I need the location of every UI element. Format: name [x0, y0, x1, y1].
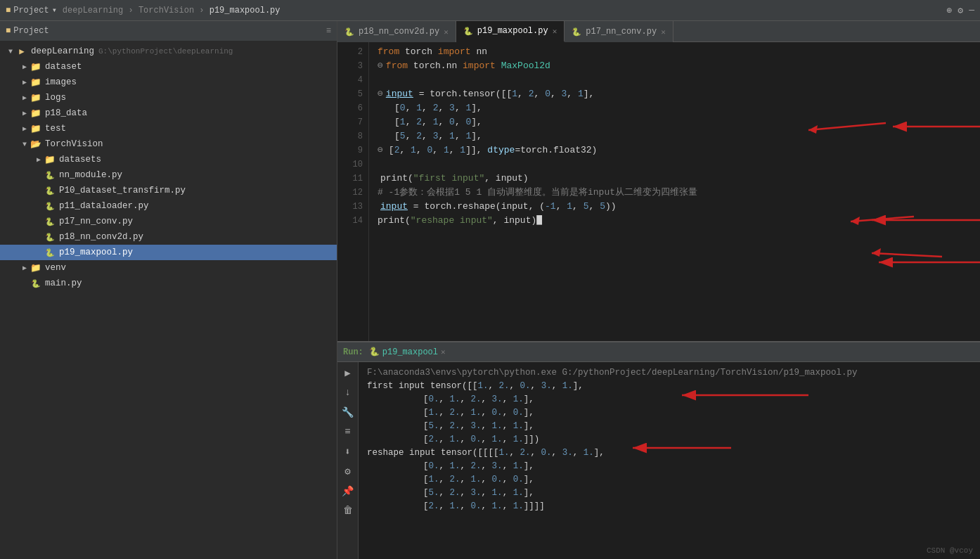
folder-icon: 📁 — [44, 154, 56, 165]
tab-label: p19_maxpool.py — [477, 26, 548, 36]
folder-icon: 📁 — [30, 123, 42, 134]
tree-item-p18[interactable]: ▶ 🐍 p18_nn_conv2d.py — [0, 229, 337, 245]
tree-label: p18_data — [45, 108, 87, 118]
sidebar-menu-icon[interactable]: ≡ — [326, 26, 331, 36]
py-file-icon: 🐍 — [44, 248, 56, 257]
project-selector[interactable]: ■ Project ▾ — [6, 5, 57, 15]
bottom-left-toolbar: ▶ ↓ 🔧 ≡ ⬇ ⚙ 📌 🗑 — [337, 362, 359, 559]
tree-item-test[interactable]: ▶ 📁 test — [0, 121, 337, 136]
console-line-9: [5., 2., 3., 1., 1.], — [423, 487, 972, 500]
scroll-icon[interactable]: ≡ — [340, 424, 356, 439]
folder-icon: ■ — [6, 26, 11, 36]
tree-item-deepLearning[interactable]: ▼ ▶ deepLearning G:\pythonProject\deepLe… — [0, 44, 337, 59]
tree-item-p11[interactable]: ▶ 🐍 p11_dataloader.py — [0, 198, 337, 214]
settings-icon[interactable]: ⚙ — [958, 5, 963, 16]
run-tab-close[interactable]: ✕ — [441, 347, 446, 356]
tab-label: p18_nn_conv2d.py — [359, 27, 439, 37]
tree-item-logs[interactable]: ▶ 📁 logs — [0, 90, 337, 105]
arrow-icon: ▶ — [20, 78, 30, 86]
tree-label: deepLearning — [31, 46, 94, 56]
tree-label: images — [45, 77, 77, 87]
scroll-down-icon[interactable]: ↓ — [340, 385, 356, 400]
tab-p18[interactable]: 🐍 p18_nn_conv2d.py ✕ — [337, 21, 456, 42]
tree-label: P10_dataset_transfirm.py — [59, 186, 186, 195]
locate-icon[interactable]: ⊕ — [947, 5, 953, 16]
top-bar: ■ Project ▾ deepLearning › TorchVision ›… — [0, 0, 980, 21]
tree-item-nn_module[interactable]: ▶ 🐍 nn_module.py — [0, 167, 337, 183]
trash-icon[interactable]: 🗑 — [340, 503, 356, 518]
console-line-8: [1., 2., 1., 0., 0.], — [423, 473, 972, 487]
code-line-3: ⊖from torch.nn import MaxPool2d — [378, 59, 972, 73]
py-file-icon: 🐍 — [44, 171, 56, 180]
code-line-8: [5, 2, 3, 1, 1], — [378, 129, 972, 143]
code-view[interactable]: 2 3 4 5 6 7 8 9 10 11 12 13 14 — [337, 42, 980, 341]
code-editor[interactable]: from torch import nn ⊖from torch.nn impo… — [369, 42, 980, 341]
py-icon: 🐍 — [463, 27, 473, 36]
folder-icon: 📁 — [30, 61, 42, 72]
tree-item-TorchVision[interactable]: ▼ 📂 TorchVision — [0, 136, 337, 152]
pin-icon[interactable]: 📌 — [340, 483, 356, 499]
tab-p17[interactable]: 🐍 p17_nn_conv.py ✕ — [565, 21, 673, 42]
top-bar-icons: ⊕ ⚙ — — [947, 5, 974, 16]
tree-item-images[interactable]: ▶ 📁 images — [0, 75, 337, 90]
run-tab[interactable]: 🐍 p19_maxpool ✕ — [363, 347, 451, 357]
py-file-icon: 🐍 — [44, 186, 56, 195]
folder-icon: 📁 — [30, 77, 42, 88]
minimize-icon[interactable]: — — [969, 5, 974, 16]
code-line-2: from torch import nn — [378, 45, 972, 59]
tree-label: p17_nn_conv.py — [59, 217, 133, 226]
console-line-path: F:\anaconda3\envs\pytorch\python.exe G:/… — [367, 366, 972, 380]
tree-item-p19[interactable]: ▶ 🐍 p19_maxpool.py — [0, 245, 337, 260]
run-button[interactable]: ▶ — [340, 365, 356, 380]
download-icon[interactable]: ⬇ — [340, 444, 356, 459]
tree-item-venv[interactable]: ▶ 📁 venv — [0, 260, 337, 276]
py-file-icon: 🐍 — [44, 233, 56, 242]
tab-close-icon[interactable]: ✕ — [444, 27, 449, 37]
arrow-icon: ▶ — [20, 94, 30, 102]
tree-item-datasets[interactable]: ▶ 📁 datasets — [0, 152, 337, 167]
content-area: ■ Project ≡ ▼ ▶ deepLearning G:\pythonPr… — [0, 21, 980, 559]
folder-icon: 📁 — [30, 92, 42, 103]
code-line-13: input = torch.reshape(input, (-1, 1, 5, … — [378, 200, 972, 214]
code-line-7: [1, 2, 1, 0, 0], — [378, 115, 972, 129]
tree-item-p18_data[interactable]: ▶ 📁 p18_data — [0, 105, 337, 121]
tree-label: nn_module.py — [59, 170, 122, 180]
tree-item-P10[interactable]: ▶ 🐍 P10_dataset_transfirm.py — [0, 183, 337, 198]
code-line-6: [0, 1, 2, 3, 1], — [378, 101, 972, 115]
sidebar-title: Project — [13, 26, 49, 36]
sidebar: ■ Project ≡ ▼ ▶ deepLearning G:\pythonPr… — [0, 21, 337, 559]
tree-label: p19_maxpool.py — [59, 248, 133, 257]
wrench-icon[interactable]: 🔧 — [340, 404, 356, 420]
tree-item-main[interactable]: ▶ 🐍 main.py — [0, 276, 337, 291]
tree-label: p11_dataloader.py — [59, 201, 149, 211]
console-line-1: first input tensor([[1., 2., 0., 3., 1.]… — [367, 380, 972, 393]
code-line-14: print("reshape input", input)█ — [378, 214, 972, 228]
console-line-7: [0., 1., 2., 3., 1.], — [423, 460, 972, 473]
tab-bar: 🐍 p18_nn_conv2d.py ✕ 🐍 p19_maxpool.py ✕ … — [337, 21, 980, 42]
line-numbers: 2 3 4 5 6 7 8 9 10 11 12 13 14 — [337, 42, 369, 341]
console-line-5: [2., 1., 0., 1., 1.]]) — [423, 433, 972, 446]
code-line-11: print("first input", input) — [378, 172, 972, 186]
console-line-10: [2., 1., 0., 1., 1.]]]] — [423, 500, 972, 513]
tree-item-dataset[interactable]: ▶ 📁 dataset — [0, 59, 337, 75]
code-line-9: ⊖[2, 1, 0, 1, 1]], dtype=torch.float32) — [378, 143, 972, 158]
tab-close-icon[interactable]: ✕ — [661, 27, 666, 37]
project-label: Project — [13, 6, 49, 15]
editor-area: 🐍 p18_nn_conv2d.py ✕ 🐍 p19_maxpool.py ✕ … — [337, 21, 980, 559]
code-line-4 — [378, 73, 972, 87]
tree-label: TorchVision — [45, 139, 103, 149]
py-file-icon: 🐍 — [30, 279, 42, 288]
file-tree: ▼ ▶ deepLearning G:\pythonProject\deepLe… — [0, 41, 337, 559]
bottom-content-area: ▶ ↓ 🔧 ≡ ⬇ ⚙ 📌 🗑 F:\anaconda3\envs\pytorc… — [337, 362, 980, 559]
tab-p19[interactable]: 🐍 p19_maxpool.py ✕ — [456, 21, 565, 42]
breadcrumb-top: deepLearning › TorchVision › p19_maxpool… — [63, 6, 281, 15]
folder-icon: 📁 — [30, 262, 42, 274]
py-icon: 🐍 — [344, 27, 354, 37]
arrow-icon: ▼ — [20, 141, 30, 148]
settings2-icon[interactable]: ⚙ — [340, 463, 356, 479]
sidebar-header: ■ Project ≡ — [0, 21, 337, 41]
tab-close-icon[interactable]: ✕ — [553, 27, 557, 36]
tree-item-p17[interactable]: ▶ 🐍 p17_nn_conv.py — [0, 214, 337, 229]
bottom-panel: Run: 🐍 p19_maxpool ✕ ▶ ↓ 🔧 ≡ ⬇ — [337, 341, 980, 559]
tab-label: p17_nn_conv.py — [586, 27, 657, 37]
